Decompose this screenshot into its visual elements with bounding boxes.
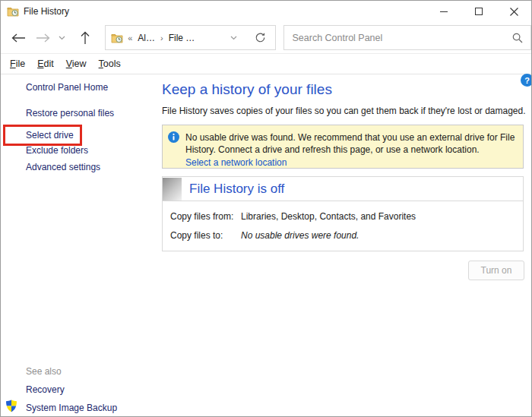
sidebar-item-recovery[interactable]: Recovery [26, 384, 65, 395]
window-title: File History [24, 6, 426, 17]
breadcrumb: « Al… › File … [128, 33, 223, 43]
up-arrow-icon [81, 31, 90, 45]
breadcrumb-overflow[interactable]: « [128, 33, 132, 43]
up-button[interactable] [74, 31, 96, 45]
minimize-button[interactable] [426, 1, 461, 22]
back-button[interactable] [8, 33, 30, 43]
status-panel-body: Copy files from: Libraries, Desktop, Con… [162, 201, 524, 251]
see-also-heading: See also [26, 366, 62, 377]
page-description: File History saves copies of your files … [162, 106, 526, 116]
menu-bar: File Edit View Tools [1, 54, 531, 74]
breadcrumb-segment-all-control-panel[interactable]: Al… [138, 33, 155, 43]
search-box [283, 25, 531, 50]
breadcrumb-separator-icon: › [160, 33, 163, 43]
file-history-status-title: File History is off [189, 182, 284, 197]
title-bar: File History [1, 1, 531, 22]
help-icon: ? [524, 76, 530, 85]
status-panel-badge [163, 178, 182, 201]
address-bar[interactable]: « Al… › File … [105, 25, 276, 50]
menu-file[interactable]: File [4, 55, 31, 72]
copy-to-label: Copy files to: [170, 230, 241, 241]
uac-shield-icon [5, 400, 17, 415]
content-area: ? Keep a history of your files File Hist… [162, 74, 531, 417]
notice-text-line2: History. Connect a drive and refresh thi… [185, 144, 515, 156]
refresh-icon [255, 32, 266, 43]
chevron-down-icon [59, 36, 65, 40]
sidebar-item-restore-personal-files[interactable]: Restore personal files [26, 108, 114, 118]
menu-tools[interactable]: Tools [93, 55, 127, 72]
navigation-toolbar: « Al… › File … [1, 22, 531, 54]
maximize-icon [475, 8, 483, 15]
sidebar-item-system-image-backup[interactable]: System Image Backup [26, 403, 117, 413]
help-button[interactable]: ? [521, 74, 532, 87]
close-icon [510, 8, 518, 16]
copy-from-row: Copy files from: Libraries, Desktop, Con… [163, 211, 523, 222]
refresh-button[interactable] [244, 32, 275, 43]
search-input[interactable] [284, 33, 512, 43]
copy-to-value: No usable drives were found. [241, 230, 359, 241]
chevron-down-icon [230, 36, 237, 40]
status-panel-header: File History is off [162, 176, 524, 201]
annotation-highlight-select-drive: Select drive [3, 125, 82, 146]
close-button[interactable] [496, 1, 531, 22]
file-history-window: File History [0, 0, 532, 417]
address-dropdown-button[interactable] [223, 36, 244, 40]
info-icon [168, 131, 179, 168]
no-drive-notice: No usable drive was found. We recommend … [162, 125, 524, 169]
menu-view[interactable]: View [60, 55, 93, 72]
sidebar-item-select-drive[interactable]: Select drive [26, 130, 74, 141]
search-icon[interactable] [512, 33, 530, 43]
sidebar-item-advanced-settings[interactable]: Advanced settings [26, 162, 100, 172]
breadcrumb-segment-file-history[interactable]: File … [169, 33, 195, 43]
file-history-status-panel: File History is off Copy files from: Lib… [162, 176, 524, 251]
sidebar: Control Panel Home Restore personal file… [1, 74, 162, 417]
notice-text-line1: No usable drive was found. We recommend … [185, 131, 515, 144]
select-network-location-link[interactable]: Select a network location [185, 156, 515, 169]
file-history-folder-icon [111, 33, 123, 43]
copy-from-label: Copy files from: [170, 211, 241, 222]
window-body: Control Panel Home Restore personal file… [1, 74, 531, 417]
recent-pages-dropdown[interactable] [55, 36, 69, 40]
menu-edit[interactable]: Edit [31, 55, 60, 72]
sidebar-item-control-panel-home[interactable]: Control Panel Home [26, 82, 108, 93]
file-history-app-icon [7, 6, 19, 17]
copy-to-row: Copy files to: No usable drives were fou… [163, 230, 523, 241]
back-arrow-icon [11, 33, 26, 43]
forward-button[interactable] [33, 33, 54, 43]
minimize-icon [440, 11, 448, 12]
turn-on-button[interactable]: Turn on [468, 261, 524, 280]
maximize-button[interactable] [461, 1, 496, 22]
sidebar-item-exclude-folders[interactable]: Exclude folders [26, 145, 88, 156]
page-title: Keep a history of your files [162, 81, 332, 98]
copy-from-value: Libraries, Desktop, Contacts, and Favori… [241, 211, 416, 222]
forward-arrow-icon [36, 33, 50, 43]
